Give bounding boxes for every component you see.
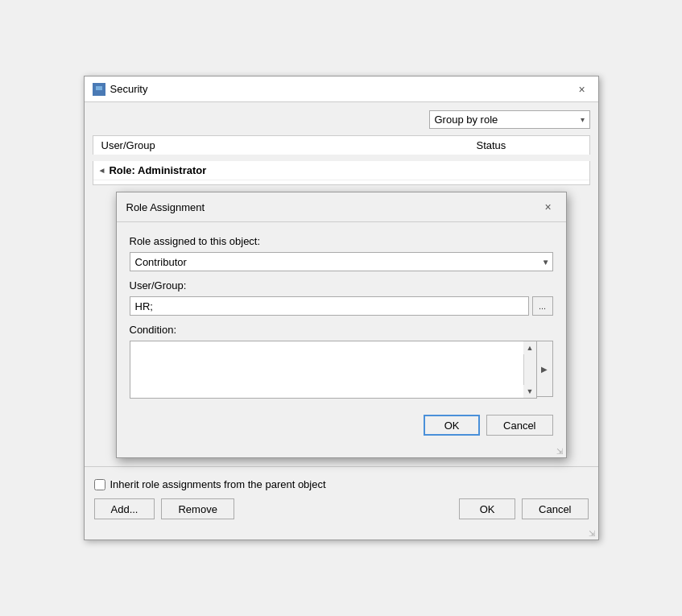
- role-select[interactable]: Contributor ▾: [130, 252, 553, 271]
- dialog-buttons: OK Cancel: [117, 408, 566, 445]
- scroll-thumb-area: [524, 354, 536, 385]
- footer-buttons-right: OK Cancel: [459, 498, 588, 519]
- role-select-wrapper: Contributor ▾: [130, 252, 553, 271]
- role-field-group: Role assigned to this object: Contributo…: [130, 235, 553, 271]
- footer-buttons: Add... Remove OK Cancel: [94, 498, 589, 519]
- role-select-value: Contributor: [135, 256, 187, 268]
- security-window-close-button[interactable]: ×: [574, 81, 590, 97]
- svg-rect-2: [94, 93, 98, 94]
- role-select-chevron: ▾: [544, 258, 548, 267]
- condition-label: Condition:: [130, 324, 553, 336]
- dialog-close-button[interactable]: ×: [540, 199, 556, 215]
- role-assignment-dialog-overlay: Role Assignment × Role assigned to this …: [93, 192, 590, 458]
- group-by-row: Group by role ▾: [93, 110, 590, 129]
- dialog-title-bar: Role Assignment ×: [117, 192, 566, 222]
- condition-scrollbar: ▲ ▼: [523, 341, 536, 398]
- ok-button[interactable]: OK: [459, 498, 515, 519]
- condition-textarea-wrapper: ▲ ▼: [130, 341, 537, 399]
- security-window-icon: [93, 83, 105, 96]
- title-bar-left: Security: [93, 83, 148, 96]
- security-window: Security × Group by role ▾ User/Group St…: [84, 76, 599, 540]
- column-user-group: User/Group: [93, 136, 469, 155]
- user-group-label: User/Group:: [130, 279, 553, 291]
- window-resize-handle: ⇲: [85, 527, 598, 540]
- dialog-ok-button[interactable]: OK: [424, 415, 480, 436]
- group-by-dropdown-chevron: ▾: [581, 115, 585, 124]
- column-status: Status: [469, 136, 589, 155]
- inherit-label: Inherit role assignments from the parent…: [110, 478, 326, 490]
- add-button[interactable]: Add...: [94, 498, 155, 519]
- security-body: Group by role ▾ User/Group Status ◄ Role…: [85, 102, 598, 466]
- scroll-up-button[interactable]: ▲: [523, 341, 536, 354]
- dialog-title: Role Assignment: [126, 201, 205, 213]
- separator: [85, 466, 598, 467]
- scroll-down-button[interactable]: ▼: [523, 385, 536, 398]
- condition-area: ▲ ▼ ▶: [130, 341, 553, 399]
- condition-textarea[interactable]: [130, 341, 523, 398]
- security-title-bar: Security ×: [85, 76, 598, 102]
- group-by-dropdown[interactable]: Group by role ▾: [429, 110, 590, 129]
- remove-button[interactable]: Remove: [161, 498, 234, 519]
- role-assignment-dialog: Role Assignment × Role assigned to this …: [116, 192, 567, 458]
- table-body: ◄ Role: Administrator: [93, 161, 590, 185]
- window-resize-icon: ⇲: [589, 529, 595, 538]
- role-administrator-row[interactable]: ◄ Role: Administrator: [93, 161, 589, 180]
- svg-rect-1: [96, 86, 102, 90]
- user-group-row: ...: [130, 296, 553, 316]
- expand-button[interactable]: ▶: [537, 341, 553, 397]
- security-window-title: Security: [110, 83, 148, 95]
- dialog-resize-handle: ⇲: [117, 445, 566, 457]
- role-field-label: Role assigned to this object:: [130, 235, 553, 247]
- condition-field-group: Condition: ▲ ▼ ▶: [130, 324, 553, 399]
- cancel-button[interactable]: Cancel: [522, 498, 588, 519]
- dialog-body: Role assigned to this object: Contributo…: [117, 222, 566, 408]
- user-group-input[interactable]: [130, 296, 529, 316]
- role-administrator-label: Role: Administrator: [109, 164, 206, 176]
- security-footer: Inherit role assignments from the parent…: [85, 470, 598, 527]
- role-arrow-icon: ◄: [98, 166, 106, 175]
- table-header: User/Group Status: [93, 135, 590, 155]
- dialog-cancel-button[interactable]: Cancel: [486, 415, 552, 436]
- inherit-checkbox[interactable]: [94, 479, 105, 490]
- inherit-row: Inherit role assignments from the parent…: [94, 478, 589, 490]
- browse-button[interactable]: ...: [532, 296, 553, 316]
- resize-icon: ⇲: [556, 447, 563, 456]
- group-by-dropdown-label: Group by role: [435, 114, 498, 126]
- user-group-field-group: User/Group: ...: [130, 279, 553, 316]
